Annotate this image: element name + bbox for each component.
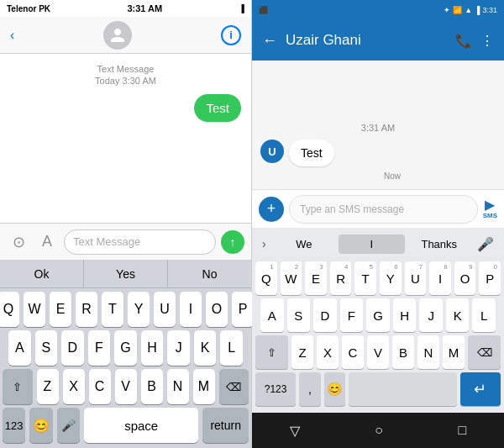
android-comma-key[interactable]: , — [299, 372, 321, 406]
android-key-n[interactable]: N — [417, 335, 439, 369]
android-key-s[interactable]: S — [287, 298, 311, 332]
android-key-a[interactable]: A — [260, 298, 284, 332]
ios-predictive-no[interactable]: No — [167, 260, 251, 287]
ios-backspace-key[interactable]: ⌫ — [219, 369, 249, 404]
ios-key-t[interactable]: T — [102, 292, 123, 327]
ios-key-y[interactable]: Y — [128, 292, 150, 327]
ios-key-z[interactable]: Z — [37, 369, 59, 404]
ios-time: 3:31 AM — [127, 3, 162, 13]
android-enter-key[interactable]: ↵ — [460, 372, 501, 406]
android-bt-icon: ✦ — [444, 6, 450, 14]
ios-key-d[interactable]: D — [61, 330, 84, 366]
android-key-row-2: A S D F G H J K L — [252, 297, 504, 334]
android-sms-panel: ⬛ ✦ 📶 ▲ ▐ 3:31 ← Uzair Ghani 📞 ⋮ 3:31 AM… — [252, 0, 504, 448]
android-emoji-key[interactable]: 😊 — [324, 372, 346, 406]
ios-key-h[interactable]: H — [141, 330, 164, 366]
ios-key-o[interactable]: O — [206, 292, 228, 327]
android-key-j[interactable]: J — [419, 298, 443, 332]
ios-predictive-ok[interactable]: Ok — [0, 260, 83, 287]
ios-key-m[interactable]: M — [193, 369, 215, 404]
ios-key-l[interactable]: L — [220, 330, 243, 366]
ios-key-s[interactable]: S — [35, 330, 58, 366]
android-key-p[interactable]: 0P — [479, 261, 501, 295]
android-sender-avatar: U — [260, 140, 284, 163]
android-key-v[interactable]: V — [367, 335, 389, 369]
android-nav-back[interactable]: ▽ — [283, 416, 307, 445]
ios-key-v[interactable]: V — [115, 369, 137, 404]
android-key-w[interactable]: 2W — [281, 261, 302, 295]
android-contact-name[interactable]: Uzair Ghani — [286, 32, 447, 49]
ios-person-icon — [109, 27, 126, 44]
ios-key-n[interactable]: N — [167, 369, 189, 404]
android-key-x[interactable]: X — [317, 335, 339, 369]
android-key-f[interactable]: F — [340, 298, 364, 332]
android-sms-input[interactable]: Type an SMS message — [289, 195, 478, 224]
ios-key-a[interactable]: A — [8, 330, 31, 366]
android-send-button[interactable]: ▶ SMS — [483, 198, 497, 219]
ios-shift-key[interactable]: ⇧ — [3, 369, 33, 404]
android-key-z[interactable]: Z — [291, 335, 313, 369]
ios-predictive-yes[interactable]: Yes — [83, 260, 167, 287]
android-pred-we[interactable]: We — [271, 235, 337, 254]
ios-key-f[interactable]: F — [88, 330, 111, 366]
android-key-e[interactable]: 3E — [305, 261, 327, 295]
ios-key-e[interactable]: E — [50, 292, 71, 327]
android-more-icon[interactable]: ⋮ — [480, 33, 494, 49]
ios-text-input[interactable]: Text Message — [64, 229, 216, 255]
android-nav-recents[interactable]: □ — [452, 416, 474, 445]
android-wifi-icon: ▲ — [465, 6, 472, 14]
ios-key-i[interactable]: I — [180, 292, 202, 327]
android-add-button[interactable]: + — [259, 197, 284, 222]
ios-key-q[interactable]: Q — [0, 292, 19, 327]
ios-key-x[interactable]: X — [63, 369, 85, 404]
android-key-q[interactable]: 1Q — [255, 261, 277, 295]
android-shift-key[interactable]: ⇧ — [255, 335, 288, 369]
ios-key-w[interactable]: W — [24, 292, 45, 327]
android-symbol-key[interactable]: ?123 — [255, 372, 296, 406]
ios-send-button[interactable]: ↑ — [221, 230, 244, 254]
android-key-y[interactable]: 6Y — [380, 261, 402, 295]
ios-info-button[interactable]: i — [221, 25, 241, 45]
android-key-c[interactable]: C — [342, 335, 364, 369]
android-pred-i[interactable]: I — [339, 235, 404, 254]
ios-return-key[interactable]: return — [202, 408, 249, 443]
ios-key-j[interactable]: J — [167, 330, 190, 366]
ios-emoji-key[interactable]: 😊 — [29, 408, 52, 443]
android-key-o[interactable]: 9O — [454, 261, 476, 295]
android-key-g[interactable]: G — [366, 298, 390, 332]
android-key-k[interactable]: K — [446, 298, 470, 332]
ios-contact-avatar[interactable] — [103, 21, 132, 50]
android-key-b[interactable]: B — [392, 335, 414, 369]
android-back-button[interactable]: ← — [262, 32, 277, 50]
ios-key-c[interactable]: C — [89, 369, 111, 404]
android-key-m[interactable]: M — [443, 335, 465, 369]
android-nav-home[interactable]: ○ — [368, 416, 390, 445]
ios-space-key[interactable]: space — [84, 408, 199, 443]
android-key-d[interactable]: D — [313, 298, 337, 332]
android-backspace-key[interactable]: ⌫ — [468, 335, 501, 369]
android-predictive-mic[interactable]: 🎤 — [474, 233, 497, 256]
ios-key-u[interactable]: U — [154, 292, 176, 327]
android-key-r[interactable]: 4R — [330, 261, 352, 295]
ios-number-key[interactable]: 123 — [3, 408, 25, 443]
android-pred-thanks[interactable]: Thanks — [407, 235, 472, 254]
android-space-key[interactable] — [349, 372, 456, 406]
ios-key-b[interactable]: B — [141, 369, 163, 404]
android-key-row-3: ⇧ Z X C V B N M ⌫ — [252, 334, 504, 371]
android-send-icon: ▶ — [485, 198, 495, 212]
ios-mic-key[interactable]: 🎤 — [57, 408, 80, 443]
ios-app-button[interactable]: A — [35, 230, 59, 254]
android-key-t[interactable]: 5T — [354, 261, 376, 295]
android-key-h[interactable]: H — [393, 298, 417, 332]
ios-back-button[interactable]: ‹ — [10, 28, 14, 43]
android-key-i[interactable]: 8I — [429, 261, 451, 295]
ios-key-r[interactable]: R — [76, 292, 97, 327]
ios-key-p[interactable]: P — [232, 292, 254, 327]
android-key-l[interactable]: L — [472, 298, 496, 332]
ios-key-g[interactable]: G — [114, 330, 137, 366]
android-phone-icon[interactable]: 📞 — [455, 33, 472, 49]
android-predictive-arrow[interactable]: › — [259, 234, 270, 254]
ios-key-k[interactable]: K — [194, 330, 217, 366]
ios-camera-button[interactable]: ⊙ — [7, 230, 30, 254]
android-key-u[interactable]: 7U — [405, 261, 427, 295]
